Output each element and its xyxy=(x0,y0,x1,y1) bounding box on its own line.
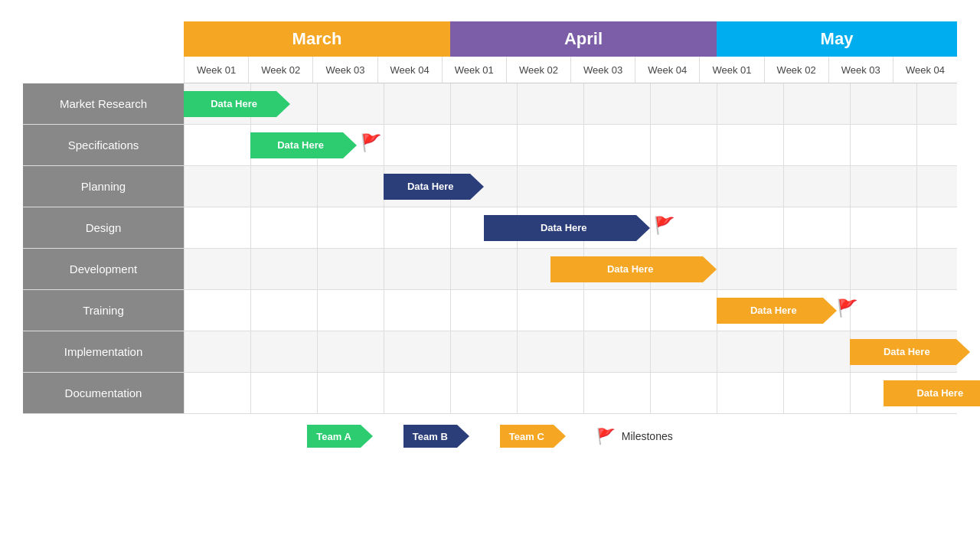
row-cells: Data Here🚩 xyxy=(184,207,980,248)
legend: Team ATeam BTeam C🚩Milestones xyxy=(307,425,672,448)
table-row: PlanningData Here xyxy=(23,166,957,207)
month-april: April xyxy=(450,21,717,57)
row-cells: Data Here xyxy=(184,373,980,413)
gantt-chart: March April May Week 01Week 02Week 03Wee… xyxy=(23,21,957,414)
row-cells: Data Here🚩 xyxy=(184,125,980,165)
month-march: March xyxy=(184,21,450,57)
row-label: Market Research xyxy=(23,83,184,124)
week-header-cell: Week 04 xyxy=(377,57,442,83)
week-header-cell: Week 01 xyxy=(184,57,248,83)
month-may: May xyxy=(717,21,957,57)
legend-label: Milestones xyxy=(622,430,673,442)
table-row: SpecificationsData Here🚩 xyxy=(23,125,957,166)
table-row: DesignData Here🚩 xyxy=(23,207,957,249)
table-row: TrainingData Here🚩 xyxy=(23,290,957,331)
week-header-cell: Week 02 xyxy=(764,57,828,83)
legend-item: 🚩Milestones xyxy=(596,427,673,445)
week-header-cell: Week 02 xyxy=(248,57,312,83)
legend-item: Team B xyxy=(403,425,469,448)
row-cells: Data Here xyxy=(184,83,980,124)
row-label: Planning xyxy=(23,166,184,207)
row-label: Development xyxy=(23,249,184,289)
row-cells: Data Here xyxy=(184,331,980,372)
week-header-cell: Week 02 xyxy=(506,57,570,83)
legend-bar: Team C xyxy=(500,425,566,448)
week-header-row: Week 01Week 02Week 03Week 04Week 01Week … xyxy=(184,57,957,83)
month-header-row: March April May xyxy=(184,21,957,57)
week-header-cell: Week 03 xyxy=(312,57,377,83)
row-label: Design xyxy=(23,207,184,248)
row-cells: Data Here xyxy=(184,166,980,207)
row-label: Specifications xyxy=(23,125,184,165)
row-cells: Data Here🚩 xyxy=(184,290,980,331)
row-label: Training xyxy=(23,290,184,331)
row-label: Implementation xyxy=(23,331,184,372)
week-header-cell: Week 01 xyxy=(699,57,763,83)
table-row: Market ResearchData Here xyxy=(23,83,957,125)
table-row: DocumentationData Here xyxy=(23,373,957,414)
legend-item: Team A xyxy=(307,425,373,448)
row-label: Documentation xyxy=(23,373,184,413)
legend-bar: Team A xyxy=(307,425,373,448)
legend-item: Team C xyxy=(500,425,566,448)
legend-flag-icon: 🚩 xyxy=(596,427,616,445)
week-header-cell: Week 04 xyxy=(635,57,699,83)
week-header-cell: Week 04 xyxy=(893,57,957,83)
table-row: ImplementationData Here xyxy=(23,331,957,373)
week-header-cell: Week 03 xyxy=(828,57,893,83)
data-rows: Market ResearchData HereSpecificationsDa… xyxy=(23,83,957,414)
week-header-cell: Week 03 xyxy=(570,57,635,83)
row-cells: Data Here xyxy=(184,249,980,289)
table-row: DevelopmentData Here xyxy=(23,249,957,290)
week-header-cell: Week 01 xyxy=(442,57,506,83)
legend-bar: Team B xyxy=(403,425,469,448)
